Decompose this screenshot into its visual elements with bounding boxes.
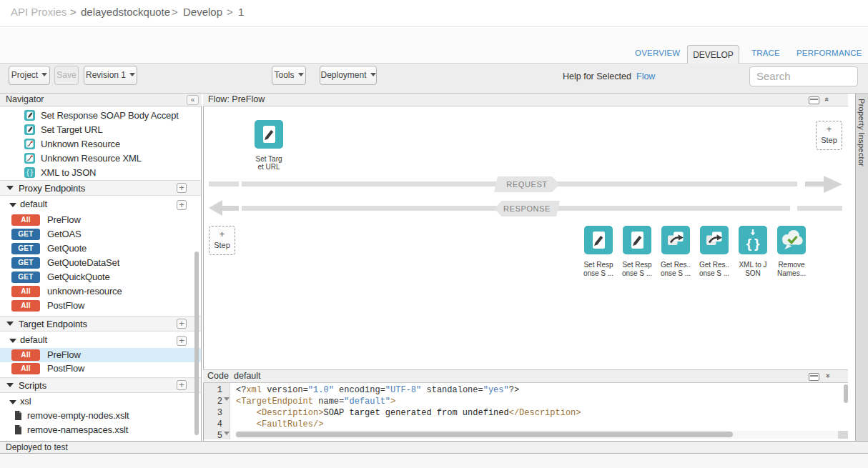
svg-text:{ }: { } xyxy=(26,169,33,176)
svg-text:{ }: { } xyxy=(746,236,760,251)
